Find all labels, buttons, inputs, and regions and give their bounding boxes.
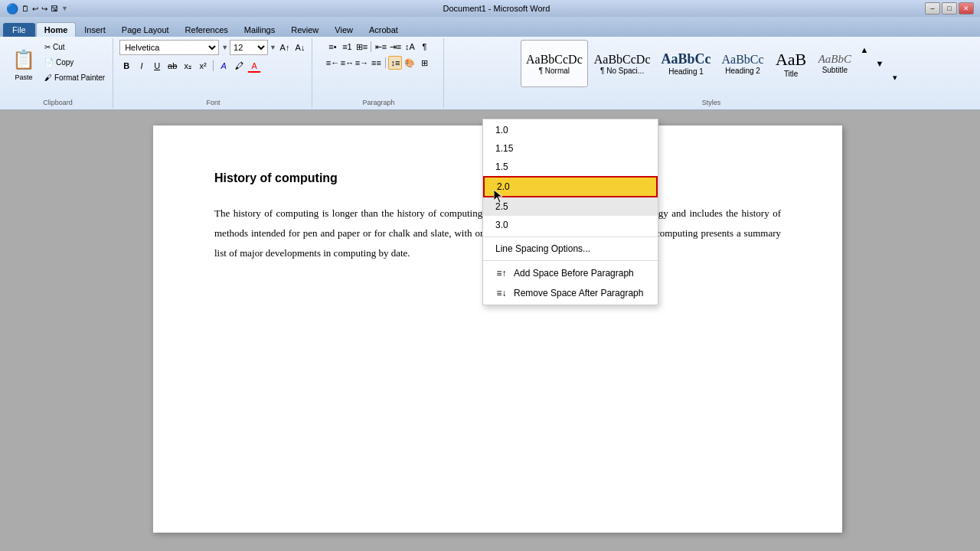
line-spacing-options-label: Line Spacing Options...	[495, 243, 590, 254]
line-spacing-options[interactable]: Line Spacing Options...	[483, 240, 658, 258]
tab-references[interactable]: References	[178, 23, 236, 37]
spacing-2-5-label: 2.5	[495, 201, 508, 212]
align-left-button[interactable]: ≡←	[325, 56, 339, 70]
spacing-2-0[interactable]: 2.0	[483, 176, 658, 197]
format-painter-button[interactable]: 🖌 Format Painter	[41, 70, 108, 85]
dropdown-divider-2	[483, 260, 658, 261]
tab-view[interactable]: View	[327, 23, 361, 37]
styles-scroll-up[interactable]: ▲	[858, 43, 871, 57]
align-center-button[interactable]: ≡↔	[340, 56, 354, 70]
subscript-button[interactable]: x₂	[181, 59, 194, 73]
style-title[interactable]: AaB Title	[770, 40, 812, 87]
left-sidebar	[0, 110, 15, 548]
tab-file[interactable]: File	[3, 23, 35, 37]
font-family-select[interactable]: Helvetica	[119, 40, 219, 55]
line-spacing-dropdown: 1.0 1.15 1.5 2.0 2.5 3.0 Line Spacing Op…	[482, 119, 658, 305]
styles-more[interactable]: ▾	[888, 70, 902, 84]
justify-button[interactable]: ≡≡	[369, 56, 383, 70]
spacing-1-15[interactable]: 1.15	[483, 139, 658, 158]
paragraph-label: Paragraph	[362, 97, 394, 106]
copy-icon: 📄	[44, 58, 54, 67]
paste-icon: 📋	[11, 46, 36, 73]
font-size-select[interactable]: 12	[230, 40, 268, 55]
underline-button[interactable]: U	[150, 59, 164, 73]
font-label: Font	[207, 97, 220, 106]
superscript-button[interactable]: x²	[196, 59, 210, 73]
style-subtitle[interactable]: AaBbC Subtitle	[814, 40, 856, 87]
style-heading2[interactable]: AaBbCc Heading 2	[717, 40, 769, 87]
format-painter-icon: 🖌	[44, 73, 52, 82]
tab-acrobat[interactable]: Acrobat	[361, 23, 406, 37]
paste-label: Paste	[15, 73, 32, 81]
spacing-1-5-label: 1.5	[495, 161, 508, 172]
paste-button[interactable]: 📋 Paste	[8, 40, 40, 87]
spacing-2-5[interactable]: 2.5	[483, 197, 658, 216]
shading-button[interactable]: 🎨	[403, 56, 416, 70]
borders-button[interactable]: ⊞	[417, 56, 431, 70]
cut-button[interactable]: ✂ Cut	[41, 40, 108, 54]
spacing-2-0-label: 2.0	[497, 181, 510, 192]
clipboard-group: 📋 Paste ✂ Cut 📄 Copy 🖌 Format Painter	[3, 38, 113, 108]
spacing-3-0[interactable]: 3.0	[483, 216, 658, 234]
styles-label: Styles	[702, 97, 721, 106]
minimize-btn[interactable]: –	[925, 2, 940, 15]
spacing-1-0-label: 1.0	[495, 125, 508, 135]
add-space-before-icon: ≡↑	[495, 267, 508, 279]
ribbon-content: 📋 Paste ✂ Cut 📄 Copy 🖌 Format Painter	[0, 37, 980, 110]
close-btn[interactable]: ✕	[959, 2, 974, 15]
text-highlight-button[interactable]: 🖍	[232, 59, 246, 73]
spacing-1-5[interactable]: 1.5	[483, 158, 658, 176]
style-no-spacing[interactable]: AaBbCcDc ¶ No Spaci...	[590, 40, 655, 87]
align-right-button[interactable]: ≡→	[354, 56, 368, 70]
window-title: Document1 - Microsoft Word	[68, 4, 925, 13]
sort-button[interactable]: ↕A	[403, 40, 416, 54]
style-normal[interactable]: AaBbCcDc ¶ Normal	[521, 40, 588, 87]
decrease-indent-button[interactable]: ⇤≡	[374, 40, 387, 54]
tab-page-layout[interactable]: Page Layout	[114, 23, 177, 37]
spacing-1-15-label: 1.15	[495, 143, 513, 154]
tab-mailings[interactable]: Mailings	[237, 23, 283, 37]
spacing-3-0-label: 3.0	[495, 220, 508, 230]
tab-insert[interactable]: Insert	[77, 23, 113, 37]
style-heading1[interactable]: AaBbCc Heading 1	[657, 40, 716, 87]
tab-review[interactable]: Review	[283, 23, 326, 37]
copy-button[interactable]: 📄 Copy	[41, 55, 108, 70]
clipboard-label: Clipboard	[43, 97, 73, 106]
add-space-before-label: Add Space Before Paragraph	[514, 268, 634, 279]
remove-space-after[interactable]: ≡↓ Remove Space After Paragraph	[483, 283, 658, 303]
maximize-btn[interactable]: □	[942, 2, 957, 15]
tab-bar: File Home Insert Page Layout References …	[0, 17, 980, 37]
spacing-1-0[interactable]: 1.0	[483, 121, 658, 139]
cut-icon: ✂	[44, 43, 51, 51]
font-color-button[interactable]: A	[247, 59, 261, 73]
tab-home[interactable]: Home	[36, 22, 77, 37]
styles-scroll-down[interactable]: ▼	[873, 57, 887, 70]
styles-group: AaBbCcDc ¶ Normal AaBbCcDc ¶ No Spaci...…	[446, 38, 977, 108]
remove-space-after-icon: ≡↓	[495, 287, 508, 299]
bold-button[interactable]: B	[119, 59, 133, 73]
ribbon: File Home Insert Page Layout References …	[0, 17, 980, 110]
numbering-button[interactable]: ≡1	[340, 40, 354, 54]
strikethrough-button[interactable]: ab	[165, 59, 179, 73]
remove-space-after-label: Remove Space After Paragraph	[514, 288, 643, 298]
increase-font-btn[interactable]: A↑	[278, 41, 292, 54]
bullets-button[interactable]: ≡•	[325, 40, 339, 54]
italic-button[interactable]: I	[135, 59, 149, 73]
multilevel-list-button[interactable]: ⊞≡	[354, 40, 368, 54]
increase-indent-button[interactable]: ⇥≡	[388, 40, 402, 54]
show-hide-button[interactable]: ¶	[417, 40, 431, 54]
title-bar: 🔵 🗒 ↩ ↪ 🖫 ▼ Document1 - Microsoft Word –…	[0, 0, 980, 17]
decrease-font-btn[interactable]: A↓	[293, 41, 307, 54]
dropdown-divider-1	[483, 236, 658, 237]
text-effects-button[interactable]: A	[217, 59, 230, 73]
add-space-before[interactable]: ≡↑ Add Space Before Paragraph	[483, 263, 658, 283]
line-spacing-button[interactable]: ↕≡	[388, 56, 402, 70]
font-group: Helvetica ▼ 12 ▼ A↑ A↓ B I U ab x₂ x²	[115, 38, 312, 108]
paragraph-group: ≡• ≡1 ⊞≡ ⇤≡ ⇥≡ ↕A ¶ ≡← ≡↔ ≡→ ≡≡ ↕≡ 🎨	[314, 38, 444, 108]
